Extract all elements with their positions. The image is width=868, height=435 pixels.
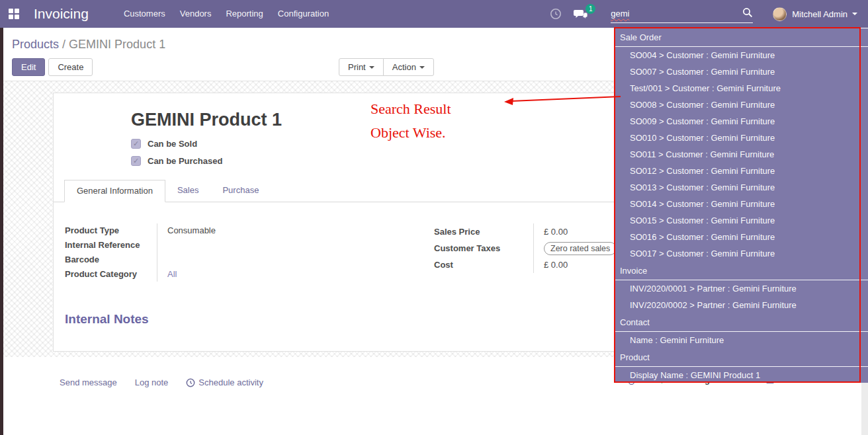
send-message-button[interactable]: Send message: [60, 377, 117, 387]
search-input[interactable]: gemi: [611, 5, 753, 23]
breadcrumb-products-link[interactable]: Products: [12, 38, 59, 51]
print-dropdown-button[interactable]: Print: [339, 58, 384, 76]
cost-label: Cost: [434, 257, 533, 273]
product-type-value[interactable]: Consumable: [157, 223, 434, 238]
search-result-item[interactable]: INV/2020/0002 > Partner : Gemini Furnitu…: [615, 297, 868, 313]
search-result-item[interactable]: SO015 > Customer : Gemini Furniture: [615, 212, 868, 229]
search-result-item[interactable]: Test/001 > Customer : Gemini Furniture: [615, 80, 868, 97]
section-title-sale-order: Sale Order: [615, 28, 868, 47]
user-name: Mitchell Admin: [792, 9, 847, 19]
search-result-item[interactable]: SO014 > Customer : Gemini Furniture: [615, 196, 868, 212]
breadcrumb-current: GEMINI Product 1: [69, 38, 165, 51]
form-buttons: Edit Create: [12, 58, 93, 76]
product-results: Display Name : GEMINI Product 1: [615, 367, 868, 383]
barcode-label: Barcode: [65, 253, 157, 267]
app-window: Invoicing CustomersVendorsReportingConfi…: [0, 0, 868, 435]
user-avatar: [773, 7, 787, 21]
invoice-results: INV/2020/0001 > Partner : Gemini Furnitu…: [615, 280, 868, 313]
nav-menu-item[interactable]: Reporting: [218, 0, 270, 28]
internal-reference-value[interactable]: [157, 238, 434, 253]
can-be-sold-checkbox[interactable]: ✓: [131, 139, 141, 149]
product-category-value-link[interactable]: All: [167, 269, 177, 279]
annotation-text: Search Result Object Wise.: [370, 97, 451, 145]
section-sale-order: Sale Order SO004 > Customer : Gemini Fur…: [615, 28, 868, 262]
chevron-down-icon: [419, 66, 425, 69]
sale-order-results: SO004 > Customer : Gemini FurnitureSO007…: [615, 47, 868, 262]
search-result-item[interactable]: Display Name : GEMINI Product 1: [615, 367, 868, 383]
can-be-sold-label: Can be Sold: [148, 139, 197, 149]
search-result-item[interactable]: SO010 > Customer : Gemini Furniture: [615, 130, 868, 146]
search-result-item[interactable]: SO008 > Customer : Gemini Furniture: [615, 97, 868, 113]
customer-taxes-label: Customer Taxes: [434, 240, 533, 257]
app-title[interactable]: Invoicing: [34, 6, 89, 22]
section-contact: Contact Name : Gemini Furniture: [615, 313, 868, 348]
search-result-item[interactable]: SO016 > Customer : Gemini Furniture: [615, 229, 868, 245]
nav-menu-item[interactable]: Customers: [116, 0, 173, 28]
fields-left-column: Product Type Consumable Internal Referen…: [65, 223, 434, 282]
nav-menu-item[interactable]: Vendors: [173, 0, 219, 28]
create-button[interactable]: Create: [48, 58, 93, 76]
internal-reference-label: Internal Reference: [65, 238, 157, 253]
can-be-purchased-checkbox[interactable]: ✓: [131, 156, 141, 166]
log-note-button[interactable]: Log note: [135, 377, 169, 387]
navbar-menus: CustomersVendorsReportingConfiguration: [116, 0, 336, 28]
user-menu[interactable]: Mitchell Admin: [773, 7, 857, 21]
window-left-edge: [0, 28, 3, 435]
sales-price-label: Sales Price: [434, 223, 533, 240]
section-title-invoice: Invoice: [615, 262, 868, 280]
apps-grid-icon[interactable]: [9, 9, 19, 19]
top-navbar: Invoicing CustomersVendorsReportingConfi…: [0, 0, 868, 28]
product-category-label: Product Category: [65, 267, 157, 282]
action-buttons: Print Action: [339, 58, 434, 76]
search-result-item[interactable]: SO017 > Customer : Gemini Furniture: [615, 245, 868, 262]
section-product: Product Display Name : GEMINI Product 1: [615, 348, 868, 383]
search-icon[interactable]: [742, 7, 753, 20]
navbar-right: 1 gemi Mitchell Admin: [550, 0, 868, 28]
search-result-item[interactable]: SO012 > Customer : Gemini Furniture: [615, 163, 868, 179]
schedule-activity-button[interactable]: Schedule activity: [186, 377, 263, 387]
search-result-item[interactable]: SO009 > Customer : Gemini Furniture: [615, 113, 868, 130]
action-dropdown-button[interactable]: Action: [383, 58, 434, 76]
barcode-value[interactable]: [157, 253, 434, 267]
search-result-item[interactable]: SO011 > Customer : Gemini Furniture: [615, 146, 868, 163]
search-result-item[interactable]: INV/2020/0001 > Partner : Gemini Furnitu…: [615, 280, 868, 297]
clock-icon: [186, 378, 195, 387]
tab-purchase[interactable]: Purchase: [210, 180, 271, 202]
search-results-dropdown: Sale Order SO004 > Customer : Gemini Fur…: [615, 28, 868, 383]
bottom-right-gutter: [861, 383, 868, 435]
activities-clock-icon[interactable]: [550, 8, 562, 20]
product-type-label: Product Type: [65, 223, 157, 238]
tab-sales[interactable]: Sales: [165, 180, 211, 202]
edit-button[interactable]: Edit: [12, 58, 45, 76]
search-result-item[interactable]: SO007 > Customer : Gemini Furniture: [615, 63, 868, 80]
messages-badge: 1: [586, 4, 595, 14]
section-title-product: Product: [615, 348, 868, 367]
section-invoice: Invoice INV/2020/0001 > Partner : Gemini…: [615, 262, 868, 313]
search-result-item[interactable]: Name : Gemini Furniture: [615, 332, 868, 348]
nav-menu-item[interactable]: Configuration: [271, 0, 336, 28]
messages-icon[interactable]: 1: [574, 9, 588, 20]
breadcrumb-separator: /: [62, 38, 65, 51]
annotation-line1: Search Result: [370, 97, 451, 121]
contact-results: Name : Gemini Furniture: [615, 332, 868, 348]
search-result-item[interactable]: SO004 > Customer : Gemini Furniture: [615, 47, 868, 63]
chevron-down-icon: [369, 66, 374, 69]
can-be-purchased-label: Can be Purchased: [148, 156, 222, 166]
tab-general-information[interactable]: General Information: [64, 180, 165, 202]
annotation-line2: Object Wise.: [370, 121, 451, 145]
chevron-down-icon: [852, 13, 857, 15]
section-title-contact: Contact: [615, 313, 868, 332]
search-result-item[interactable]: SO013 > Customer : Gemini Furniture: [615, 179, 868, 196]
search-query-text: gemi: [611, 9, 629, 19]
customer-taxes-tag[interactable]: Zero rated sales: [544, 242, 617, 255]
